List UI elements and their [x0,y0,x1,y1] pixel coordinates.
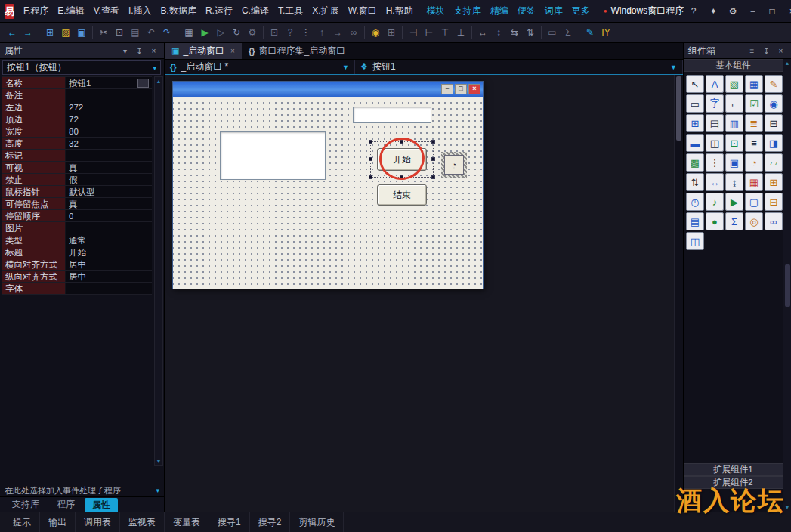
locate-icon[interactable]: ◉ [368,25,383,40]
chevron-down-icon[interactable]: ▾ [119,47,131,55]
data-source-icon[interactable]: ▤ [686,212,704,230]
end-button-control[interactable]: 结束 [377,184,427,206]
image-box-icon[interactable]: ▦ [745,75,763,93]
status-bar-icon[interactable]: ▣ [725,153,743,172]
undo-icon[interactable]: ↶ [144,25,159,40]
sketchpad-icon[interactable]: ✎ [765,75,783,93]
forward-icon[interactable]: → [20,25,36,40]
cursor-tool-icon[interactable]: ↖ [686,75,704,93]
menu-dictionary[interactable]: 词库 [540,0,567,22]
tab-program[interactable]: 程序 [49,497,82,512]
property-row-visible[interactable]: 可视 真 [2,162,152,174]
list-box-icon[interactable]: ▤ [706,114,724,132]
menu-support-library[interactable]: 支持库 [450,0,486,22]
property-row-type[interactable]: 类型 通常 [2,234,152,246]
clock-icon[interactable]: ◔ [745,153,763,172]
split-panel-icon[interactable]: ◨ [765,134,783,152]
property-value[interactable]: 假 [66,174,152,185]
dialog-icon[interactable]: ▢ [745,193,763,211]
paste-icon[interactable]: ▤ [128,25,143,40]
com-object-icon[interactable]: ◎ [745,212,763,230]
label-icon[interactable]: A [706,75,724,93]
progress-bar-icon[interactable]: ▱ [765,153,783,172]
static-compile-icon[interactable]: ⚙ [245,25,260,40]
property-row-name[interactable]: 名称 按钮1… [2,77,152,89]
debug-run-icon[interactable]: ▷ [213,25,228,40]
combo-arrow-icon[interactable]: ▼ [342,63,349,71]
menu-compile[interactable]: C.编译 [237,0,273,22]
tab-startup-form[interactable]: ▣ _启动窗口 × [165,43,242,59]
form-list-icon[interactable]: ⊞ [384,25,399,40]
space-vertical-icon[interactable]: ⇅ [523,25,538,40]
form-minimize-icon[interactable]: − [441,84,453,94]
property-value[interactable] [66,283,152,294]
selection-handle[interactable] [431,140,435,144]
palette-scrollbar[interactable]: ▲ ▼ [783,59,791,512]
open-folder-icon[interactable]: ▨ [58,25,73,40]
align-left-icon[interactable]: ⊣ [406,25,421,40]
date-box-icon[interactable]: ▦ [745,173,763,191]
event-handler-selector[interactable]: 在此处选择加入事件处理子程序 ▾ [0,484,164,496]
status-tab-search2[interactable]: 搜寻2 [250,512,291,532]
theme-icon[interactable]: ✦ [703,0,723,22]
menu-static-compile[interactable]: 精编 [486,0,513,22]
menu-extend[interactable]: X.扩展 [307,0,343,22]
component-select-combo[interactable]: ❖ 按钮1 ▼ [355,60,683,74]
center-vertical-icon[interactable]: ↕ [491,25,506,40]
scroll-up-icon[interactable]: ▲ [156,79,162,84]
property-value[interactable]: 居中 [66,258,152,270]
edit-box-icon[interactable]: 字 [706,94,724,113]
form-designer-canvas[interactable]: − □ × 开始 [165,75,683,512]
property-row-title[interactable]: 标题 开始 [2,246,152,258]
menu-insert[interactable]: I.插入 [124,0,156,22]
close-panel-icon[interactable]: × [148,47,159,55]
property-value[interactable]: 0 [66,210,152,221]
clock-control[interactable]: ◔ [444,155,464,175]
dialog-preview-icon[interactable]: ⊡ [267,25,282,40]
selection-handle[interactable] [369,157,372,161]
spin-button-icon[interactable]: ↨ [725,173,743,191]
check-box-icon[interactable]: ☑ [745,94,763,113]
append-row-icon[interactable]: → [330,25,345,40]
chevron-down-icon[interactable]: ▾ [156,487,159,494]
pin-icon[interactable]: ↧ [761,47,772,55]
property-value[interactable]: 80 [66,125,152,137]
scroll-down-icon[interactable]: ▼ [156,459,162,464]
scroll-up-icon[interactable]: ▲ [785,60,790,66]
menu-icon[interactable]: ≡ [746,47,758,55]
page-frame-icon[interactable]: ⊡ [725,134,743,152]
menu-window[interactable]: W.窗口 [344,0,382,22]
group-box-icon[interactable]: ⊟ [765,114,783,132]
sort-list-icon[interactable]: ≣ [745,114,763,132]
menu-module[interactable]: 模块 [422,0,450,22]
menu-database[interactable]: B.数据库 [156,0,201,22]
close-panel-icon[interactable]: × [775,47,786,55]
data-grid-icon[interactable]: ▩ [686,153,704,172]
section-extension-1[interactable]: 扩展组件1 [684,463,783,476]
help-search-icon[interactable]: ? [283,25,298,40]
menu-bar-icon[interactable]: ≡ [745,134,763,152]
maximize-icon[interactable]: □ [762,0,782,22]
tab-properties[interactable]: 属性 [85,498,118,512]
copy-icon[interactable]: ⊡ [112,25,127,40]
section-basic-components[interactable]: 基本组件 [684,59,783,72]
property-row-disabled[interactable]: 禁止 假 [2,174,152,186]
property-row-focusable[interactable]: 可停留焦点 真 [2,198,152,210]
property-value[interactable]: 默认型 [66,186,152,197]
close-icon[interactable]: × [782,0,791,22]
property-row-tag[interactable]: 标记 [2,150,152,162]
center-horizontal-icon[interactable]: ↔ [475,25,490,40]
status-tab-output[interactable]: 输出 [40,512,76,532]
align-right-icon[interactable]: ⊢ [422,25,437,40]
menu-view[interactable]: V.查看 [89,0,124,22]
tab-order-icon[interactable]: Σ [561,25,576,40]
cut-icon[interactable]: ✂ [96,25,111,40]
property-value[interactable]: 通常 [66,234,152,246]
slider-bar-icon[interactable]: ↔ [706,173,724,191]
line-icon[interactable]: ⌐ [725,94,743,113]
space-horizontal-icon[interactable]: ⇆ [507,25,522,40]
canvas-scrollbar-thumb[interactable] [676,76,681,141]
property-value[interactable]: 居中 [66,271,152,282]
ellipsis-button[interactable]: … [137,79,149,88]
selection-handle[interactable] [369,175,372,179]
